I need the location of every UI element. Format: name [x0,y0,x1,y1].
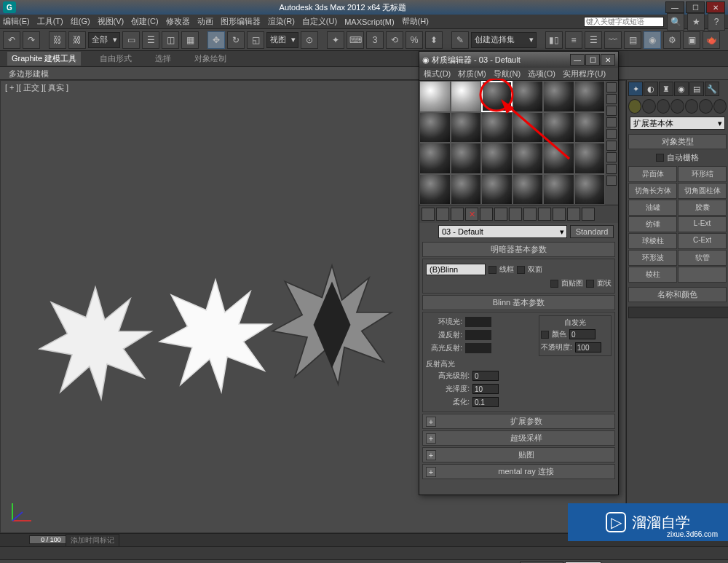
link-button[interactable]: ⛓ [49,31,66,49]
mat-slot-17[interactable] [543,143,574,174]
mat-slot-6[interactable] [574,81,606,112]
matid-button[interactable] [523,208,537,221]
edit-selset-button[interactable]: ✎ [451,31,469,49]
make-copy-button[interactable] [480,208,493,221]
spinner-snap-button[interactable]: ⬍ [425,31,443,49]
background-button[interactable] [606,106,617,116]
rotate-button[interactable]: ↻ [227,31,245,49]
cmd-sub-spacewarps[interactable] [699,99,712,114]
obj-torusknot[interactable]: 环形结 [678,166,727,182]
ribbon-tab-freeform[interactable]: 自由形式 [95,52,136,66]
menu-rendering[interactable]: 渲染(R) [268,16,295,27]
selfillum-color-checkbox[interactable] [541,331,549,339]
cmd-tab-modify[interactable]: ◐ [644,82,658,96]
mat-slot-2[interactable] [451,81,482,112]
cmd-sub-cameras[interactable] [670,99,684,114]
menu-help[interactable]: 帮助(H) [402,16,429,27]
faceted-checkbox[interactable] [586,280,594,288]
mat-slot-20[interactable] [451,174,482,205]
obj-lext[interactable]: L-Ext [678,216,727,232]
make-preview-button[interactable] [606,141,617,151]
selfillum-spinner[interactable] [569,329,596,339]
put-to-scene-button[interactable] [436,208,449,221]
maximize-button[interactable]: ☐ [686,1,705,13]
autogrid-checkbox[interactable] [656,154,664,162]
specular-swatch[interactable] [465,343,491,353]
menu-modifiers[interactable]: 修改器 [166,16,190,27]
mat-slot-22[interactable] [513,174,544,205]
help-search-icon[interactable]: 🔍 [667,13,684,31]
get-material-button[interactable] [422,208,435,221]
rollout-extended[interactable]: 扩展参数 [422,414,615,429]
viewport-label[interactable]: [ + ][ 正交 ][ 真实 ] [5,82,68,93]
put-to-lib-button[interactable] [509,208,522,221]
mat-slot-14[interactable] [451,143,482,174]
object-star-2[interactable] [157,277,274,394]
mat-slot-4[interactable] [513,81,544,112]
select-button[interactable]: ▭ [122,31,140,49]
undo-button[interactable]: ↶ [3,31,20,49]
mat-slot-11[interactable] [543,112,574,143]
obj-cext[interactable]: C-Ext [678,233,727,249]
make-unique-button[interactable] [494,208,507,221]
wire-checkbox[interactable] [488,266,496,274]
ribbon-tab-graphite[interactable]: Graphite 建模工具 [7,52,81,66]
obj-ringwave[interactable]: 环形波 [628,250,677,266]
keyboard-button[interactable]: ⌨ [347,31,364,49]
twosided-checkbox[interactable] [517,266,525,274]
object-star-1[interactable] [37,285,154,401]
ref-coord-dropdown[interactable]: 视图 [266,32,298,48]
curve-editor-button[interactable]: 〰 [604,31,622,49]
object-type-header[interactable]: 对象类型 [628,134,727,149]
object-name-input[interactable] [628,307,728,318]
cmd-tab-utilities[interactable]: 🔧 [705,82,719,96]
mat-slot-10[interactable] [513,112,544,143]
obj-chamfercyl[interactable]: 切角圆柱体 [678,183,727,199]
add-time-tag[interactable]: 添加时间标记 [66,534,119,547]
layers-button[interactable]: ☰ [585,31,602,49]
help-star-icon[interactable]: ★ [687,13,705,31]
mat-minimize-button[interactable]: — [570,54,585,66]
obj-gengon[interactable]: 球棱柱 [628,233,677,249]
show-end-button[interactable] [553,208,566,221]
facemap-checkbox[interactable] [550,280,558,288]
cmd-sub-helpers[interactable] [685,99,698,114]
mat-slot-12[interactable] [574,112,606,143]
minimize-button[interactable]: — [665,1,684,13]
name-color-header[interactable]: 名称和颜色 [628,287,727,302]
matmap-nav-button[interactable] [606,176,617,186]
cmd-tab-display[interactable]: ▤ [689,82,704,96]
mat-slot-7[interactable] [419,112,451,143]
help-question-icon[interactable]: ? [708,13,725,31]
select-region-button[interactable]: ◫ [162,31,179,49]
obj-hose[interactable]: 软管 [678,250,727,266]
unlink-button[interactable]: ⛓̸ [68,31,86,49]
obj-capsule[interactable]: 胶囊 [678,200,727,216]
go-parent-button[interactable] [567,208,580,221]
move-button[interactable]: ✥ [207,31,225,49]
ribbon-tab-objectpaint[interactable]: 对象绘制 [190,52,231,66]
redo-button[interactable]: ↷ [23,31,40,49]
rollout-mentalray[interactable]: mental ray 连接 [422,464,615,479]
gloss-spinner[interactable] [472,384,499,394]
cmd-sub-shapes[interactable] [642,99,655,114]
scale-button[interactable]: ◱ [247,31,264,49]
cmd-tab-create[interactable]: ✦ [628,82,643,96]
diffuse-swatch[interactable] [465,330,491,340]
menu-maxscript[interactable]: MAXScript(M) [344,17,394,26]
menu-animation[interactable]: 动画 [197,16,213,27]
show-map-button[interactable] [538,208,551,221]
mat-slot-3[interactable] [481,81,513,112]
mat-slot-15[interactable] [481,143,513,174]
mat-slot-24[interactable] [574,174,606,205]
assign-to-sel-button[interactable] [451,208,464,221]
mat-slot-5[interactable] [543,81,574,112]
mat-menu-utilities[interactable]: 实用程序(U) [563,68,606,79]
select-by-mat-button[interactable] [606,164,617,174]
mat-menu-options[interactable]: 选项(O) [528,68,555,79]
window-crossing-button[interactable]: ▦ [181,31,199,49]
mat-slot-9[interactable] [481,112,513,143]
cmd-sub-lights[interactable] [657,99,670,114]
cmd-tab-hierarchy[interactable]: ♜ [659,82,673,96]
rollout-maps[interactable]: 贴图 [422,447,615,462]
